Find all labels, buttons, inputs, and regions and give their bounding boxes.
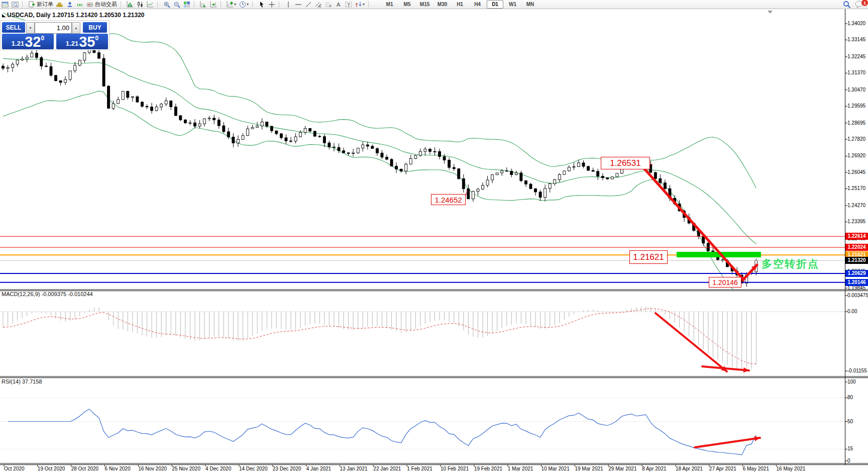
volume-input[interactable] [35, 22, 72, 34]
callout-1.24652[interactable]: 1.24652 [431, 194, 466, 205]
text-label-button[interactable]: T [344, 1, 353, 8]
bar-chart-button[interactable] [126, 1, 135, 8]
candlesicon-icon [137, 1, 144, 8]
chart-title: USDCAD, Daily 1.20715 1.21420 1.20530 1.… [7, 12, 145, 19]
date-tick: 4 Dec 2020 [205, 466, 231, 471]
toolbar-separator [121, 1, 124, 8]
channel-button[interactable]: E [314, 1, 323, 8]
price-tick: 1.27820 [847, 136, 868, 142]
new-order-button-label: 新订单 [37, 1, 53, 8]
search-icon[interactable] [843, 1, 851, 9]
zoom-in-button[interactable] [162, 1, 171, 8]
date-tick: 16 May 2021 [777, 466, 806, 471]
sell-price-small: 1.21 [12, 40, 24, 47]
line-chart-button[interactable] [146, 1, 155, 8]
gold-button[interactable] [55, 1, 64, 8]
magwin-icon [12, 1, 19, 8]
tline-icon [305, 1, 312, 8]
timeframe-mn[interactable]: MN [522, 0, 538, 9]
sell-price-display[interactable]: 1.21 32 0 [2, 34, 54, 49]
date-tick: 10 Mar 2021 [541, 466, 570, 471]
tile-windows-button[interactable] [182, 1, 191, 8]
add-indicator-button[interactable]: ▾ [226, 1, 237, 8]
price-tick: 1.30470 [847, 87, 868, 92]
addind-icon [227, 1, 234, 8]
turning-point-label[interactable]: 多空转折点 [762, 257, 819, 271]
zoom-out-button[interactable] [172, 1, 181, 8]
trend-line-button[interactable] [304, 1, 313, 8]
date-tick: 1 Feb 2021 [407, 466, 432, 471]
zoomout-icon [173, 1, 180, 8]
hline-icon [295, 1, 302, 8]
labelT-icon: T [345, 1, 352, 8]
sell-price-big: 32 [25, 35, 41, 49]
top-toolbar: 新订单自动交易▾▾EFAT▾M1M5M15M30H1H4D1W1MN1 [0, 0, 868, 9]
chart-shift-button[interactable] [209, 1, 218, 8]
buy-price-display[interactable]: 1.21 35 0 [56, 34, 108, 49]
date-tick: 25 Nov 2020 [172, 466, 200, 471]
candle-chart-button[interactable] [136, 1, 145, 8]
buy-button[interactable]: BUY [83, 22, 107, 33]
date-tick: 16 Nov 2020 [138, 466, 167, 471]
timeframe-w1[interactable]: W1 [504, 0, 521, 9]
timeframe-h1[interactable]: H1 [452, 0, 468, 9]
chart-surface[interactable] [0, 0, 868, 472]
date-tick: 19 Oct 2020 [38, 466, 65, 471]
text-button[interactable]: A [334, 1, 343, 8]
price-badge-1.20146: 1.20146 [845, 279, 868, 286]
toolbar-separator [194, 1, 197, 8]
date-tick: 8 Apr 2021 [642, 466, 666, 471]
price-tick: 1.24270 [847, 203, 868, 208]
zoomin-icon [163, 1, 170, 8]
volume-decrease-button[interactable]: ▼ [26, 22, 35, 34]
toolbar-separator [221, 1, 224, 8]
timeframe-m1[interactable]: M1 [381, 0, 398, 9]
volume-increase-button[interactable]: ▲ [72, 22, 80, 34]
community-button[interactable] [65, 1, 74, 8]
auto-trading-button[interactable]: 自动交易 [85, 1, 118, 8]
channelE-icon: E [315, 1, 322, 8]
rsi-scale-tick: 0 [847, 458, 850, 463]
macd-scale-tick: -0.01155 [847, 368, 867, 373]
winchart-icon [2, 1, 9, 8]
vline-icon [285, 1, 292, 8]
price-tick: 1.26920 [847, 153, 868, 158]
timeframe-m5[interactable]: M5 [399, 0, 415, 9]
sell-button[interactable]: SELL [2, 22, 25, 33]
arrows-button[interactable]: ▾ [354, 1, 366, 8]
toolbar-separator [252, 1, 255, 8]
price-tick: 1.29595 [847, 103, 868, 109]
date-tick: 6 May 2021 [743, 466, 769, 471]
date-tick: 22 Jan 2021 [373, 466, 401, 471]
svg-text:T: T [348, 2, 351, 7]
vertical-line-button[interactable] [284, 1, 293, 8]
callout-1.21621[interactable]: 1.21621 [629, 250, 668, 264]
timeframe-h4[interactable]: H4 [469, 0, 486, 9]
tiles-icon [183, 1, 190, 8]
chat-icon[interactable]: 1 [855, 1, 866, 9]
timeframe-d1[interactable]: D1 [487, 0, 503, 9]
date-tick: 29 Mar 2021 [608, 466, 636, 471]
preview-button[interactable] [11, 1, 20, 8]
callout-1.20146[interactable]: 1.20146 [709, 277, 741, 288]
chart-window-button[interactable] [1, 1, 10, 8]
crosshair-button[interactable] [267, 1, 276, 8]
periods-button[interactable]: ▾ [238, 1, 250, 8]
date-tick: 1 Mar 2021 [508, 466, 533, 471]
auto-scroll-button[interactable] [199, 1, 208, 8]
new-order-button[interactable]: 新订单 [27, 1, 54, 8]
price-tick: 1.28695 [847, 120, 868, 126]
rsi-scale-tick: 100 [847, 379, 856, 385]
callout-1.26531[interactable]: 1.26531 [601, 157, 650, 169]
cursor-button[interactable] [257, 1, 266, 8]
price-tick: 1.25170 [847, 185, 868, 191]
timeframe-m15[interactable]: M15 [416, 0, 433, 9]
toolbar-right: 1 [843, 1, 866, 9]
buy-price-big: 35 [79, 35, 95, 49]
fibonacci-button[interactable]: F [324, 1, 333, 8]
date-tick: 14 Dec 2020 [239, 466, 268, 471]
horizontal-line-button[interactable] [294, 1, 303, 8]
timeframe-m30[interactable]: M30 [434, 0, 451, 9]
signals-button[interactable] [75, 1, 84, 8]
symbol-marker-icon [2, 14, 6, 17]
